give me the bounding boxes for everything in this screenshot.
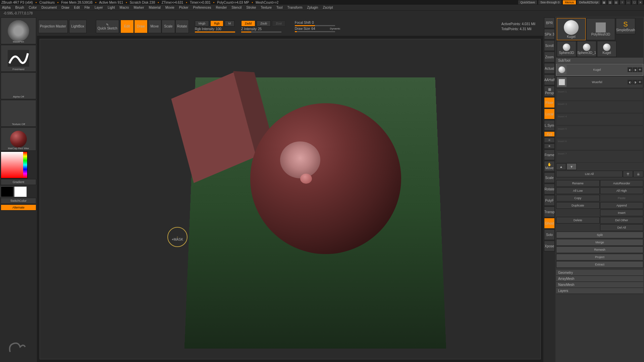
menu-edit[interactable]: Edit [74,6,80,9]
minimize-icon[interactable]: — [626,0,631,4]
help-icon[interactable]: ? [620,0,625,4]
alllow-button[interactable]: All Low [556,187,600,194]
hue-slider[interactable] [23,152,27,178]
tool-simplebrush[interactable]: SSimpleBrush [616,18,635,34]
menu-layer[interactable]: Layer [95,6,103,9]
zcut-button[interactable]: Zcut [272,20,285,26]
rgb-button[interactable]: Rgb [210,20,223,26]
menu-texture[interactable]: Texture [261,6,272,9]
paste-button[interactable]: Paste [600,195,644,201]
draw-button[interactable]: Draw [134,20,148,33]
subtool-slot[interactable]: Insert 4 [556,113,643,125]
menu-material[interactable]: Material [149,6,161,9]
texture-selector[interactable]: Texture Off [1,100,36,127]
menu-file[interactable]: File [85,6,90,9]
arraymesh-header[interactable]: ArrayMesh [556,276,643,282]
extract-button[interactable]: Extract [556,261,643,268]
polyf-button[interactable]: PolyF [544,195,555,206]
zoom-button[interactable]: Zoom [544,52,555,62]
z-intensity-slider[interactable] [241,32,281,33]
zadd-button[interactable]: Zadd [241,20,256,26]
tool-sphere3d-1[interactable]: Sphere3D_1 [577,41,596,57]
nav-rotate-button[interactable]: Rotate [544,184,555,194]
focal-shift-slider[interactable] [295,25,335,26]
persp-button[interactable]: ▦Persp [544,86,555,97]
scroll-button[interactable]: Scroll [544,40,555,51]
xpose-button[interactable]: Xpose [544,241,555,251]
move-up-button[interactable]: ▲ [556,163,566,170]
move-button[interactable]: Move [148,20,161,33]
bpr-button[interactable]: BPR [544,17,555,28]
layout-2-icon[interactable]: ▥ [608,0,612,4]
maximize-icon[interactable]: ☐ [632,0,637,4]
delete-button[interactable]: Delete [556,217,600,224]
edit-button[interactable]: Edit [120,20,134,33]
subtool-item-kugel[interactable]: Kugel ◐ ◑ 👁 [556,64,643,76]
nav-scale-button[interactable]: Scale [544,172,555,183]
menu-picker[interactable]: Picker [179,6,189,9]
all-up-button[interactable]: ⇈ [623,171,633,177]
actual-button[interactable]: Actual [544,63,555,74]
tool-kugel[interactable]: Kugel [557,18,586,40]
color-field[interactable] [1,152,28,178]
menu-marker[interactable]: Marker [133,6,144,9]
subtool-item-wuerfel[interactable]: Wuerfel ◐ ◑ 👁 [556,76,643,88]
tool-polymesh[interactable]: PolyMesh3D [586,18,615,40]
subtool-slot[interactable]: Insert 6 [556,138,643,150]
frame-button[interactable]: Frame [544,149,555,160]
solo-button[interactable]: Solo [544,229,555,240]
floor-button[interactable]: Floor [544,97,555,108]
zsub-button[interactable]: Zsub [257,20,271,26]
eye-icon[interactable]: 👁 [638,80,642,84]
paint-icon[interactable]: ◐ [628,80,632,84]
aahalf-button[interactable]: AAHalf [544,74,555,85]
layout-3-icon[interactable]: ▤ [614,0,619,4]
rename-button[interactable]: Rename [556,180,600,187]
menu-alpha[interactable]: Alpha [2,6,11,9]
close-icon[interactable]: ✕ [638,0,643,4]
menu-render[interactable]: Render [216,6,227,9]
project-button[interactable]: Project [556,254,643,260]
tool-kugel-2[interactable]: Kugel [597,41,616,57]
menu-zscript[interactable]: Zscript [323,6,333,9]
duplicate-button[interactable]: Duplicate [556,202,600,209]
split-button[interactable]: Split [556,232,643,238]
subtool-header[interactable]: SubTool [556,58,643,64]
paint2-icon[interactable]: ◑ [633,80,637,84]
scale-button[interactable]: Scale [162,20,175,33]
listall-button[interactable]: List All [556,171,623,177]
layers-header[interactable]: Layers [556,288,643,294]
z-intensity-value[interactable]: 25 [258,27,262,31]
subtool-slot[interactable]: Insert 5 [556,126,643,138]
default-zscript[interactable]: DefaultZScript [577,0,600,4]
insert-button[interactable]: Insert [600,209,644,216]
black-swatch[interactable] [1,186,13,197]
quick-sketch-button[interactable]: ✎ Quick Sketch [96,20,119,33]
color-picker[interactable] [1,152,36,178]
move-down-button[interactable]: ▼ [567,163,577,170]
local-button[interactable]: Local [544,109,555,119]
tool-sphere3d[interactable]: Sphere3D [557,41,576,57]
menu-movie[interactable]: Movie [165,6,174,9]
menu-draw[interactable]: Draw [61,6,69,9]
delall-button[interactable]: Del All [600,224,644,231]
subtool-slot[interactable]: Insert 3 [556,101,643,113]
spix-button[interactable]: SPix 3 [544,29,555,40]
focal-shift-value[interactable]: 0 [312,21,314,24]
projection-master-button[interactable]: Projection Master [38,20,68,33]
menu-macro[interactable]: Macro [120,6,129,9]
quicksave-button[interactable]: QuickSave [518,0,537,4]
allhigh-button[interactable]: All High [600,187,644,194]
menu-transform[interactable]: Transform [287,6,302,9]
paint-icon[interactable]: ◐ [628,67,632,72]
rgb-intensity-slider[interactable] [195,32,235,33]
transp-button[interactable]: Transp [544,206,555,217]
nav-move-button[interactable]: ✋Move [544,161,555,172]
subtool-slot[interactable]: Insert 7 [556,150,643,163]
ghost-button[interactable]: Ghost [544,218,555,229]
menus-button[interactable]: Menus [563,0,576,4]
brush-selector[interactable]: MaskPen [1,17,36,44]
menu-zplugin[interactable]: Zplugin [307,6,318,9]
lsym-button[interactable]: L.Sym [544,120,555,131]
autoreorder-button[interactable]: AutoReorder [600,180,644,187]
